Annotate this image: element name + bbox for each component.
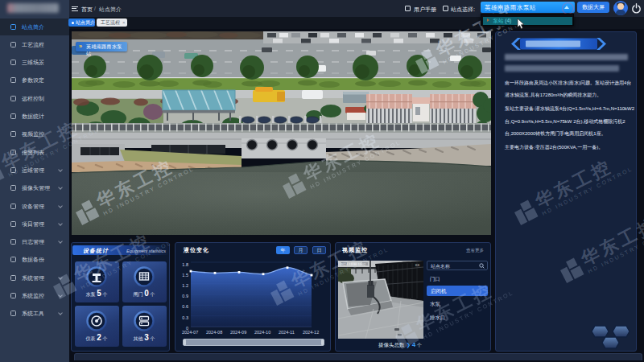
svg-text:KK: KK <box>415 263 420 267</box>
